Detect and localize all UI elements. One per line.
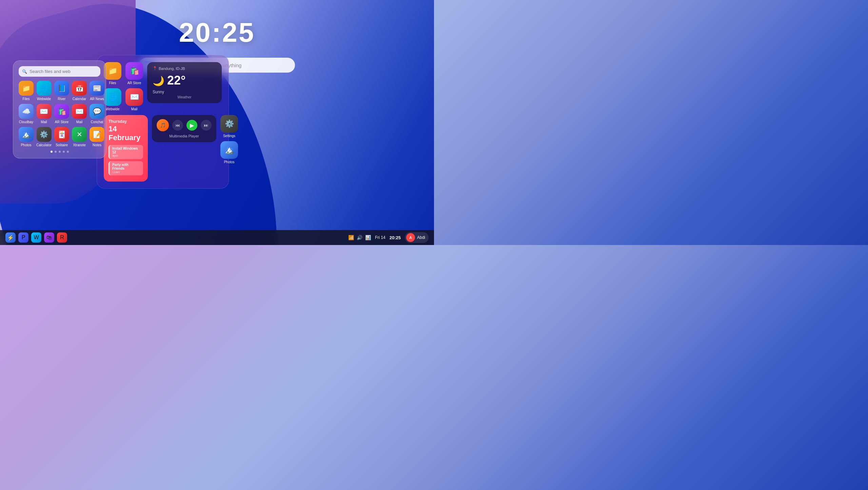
app-item-conchat[interactable]: 💬 Conchat [90,104,104,124]
widget-photos-icon[interactable]: 🏔️ Photos [220,141,238,164]
calendar-day-name: Thursday [108,119,143,124]
app-item-mail2[interactable]: ✉️ Mail [72,104,87,124]
page-dot-2[interactable] [59,151,61,153]
app-item-calendar[interactable]: 📅 Calendar [72,81,87,101]
app-grid: 📁 Files 🌐 Webwide 📘 River 📅 Calendar 📰 A… [19,81,100,147]
app-item-files[interactable]: 📁 Files [19,81,34,101]
widget-arstore-icon[interactable]: 🛍️ AR Store [125,62,143,85]
calculator-app-icon: ⚙️ [37,127,52,142]
weather-location: 📍 Bandung, ID-JB [153,66,216,71]
taskbar-icon-bolt[interactable]: ⚡ [5,232,16,243]
xtranote-app-label: Xtranote [73,143,86,147]
cloudbay-app-label: Cloudbay [19,120,33,124]
arstore-app-label: AR Store [55,120,69,124]
calendar-widget[interactable]: Thursday 14 February Install Windows 12 … [104,115,148,182]
app-item-solitaire[interactable]: 🃏 Solitaire [54,127,69,147]
widget-webwide-icon[interactable]: 🌐 Webwide [104,88,121,111]
app-item-notes[interactable]: 📝 Notes [90,127,104,147]
taskbar: ⚡PW🛍R 📶 🔊 📊 Fri 14 20:25 A Abdi [0,230,434,245]
weather-condition: Sunny [153,90,216,94]
location-pin-icon: 📍 [153,66,157,71]
user-name: Abdi [417,235,425,240]
music-label: Multimedia Player [169,134,199,138]
arstore-label: AR Store [127,81,141,85]
solitaire-app-icon: 🃏 [54,127,69,142]
wifi-icon: 📶 [348,235,354,240]
weather-temperature: 22° [167,73,185,88]
notes-app-label: Notes [93,143,101,147]
calendar-date: 14 February [108,125,143,142]
app-item-xtranote[interactable]: ✕ Xtranote [72,127,87,147]
calendar-app-label: Calendar [73,97,86,101]
app-item-river[interactable]: 📘 River [54,81,69,101]
app-item-photos[interactable]: 🏔️ Photos [19,127,34,147]
settings-icon: ⚙️ [220,115,238,133]
volume-icon: 🔊 [357,235,362,240]
music-widget: 🎵 ⏮ ▶ ⏭ Multimedia Player [152,115,216,142]
arnews-app-label: AR News [90,97,104,101]
river-app-icon: 📘 [54,81,69,96]
music-disc: 🎵 [157,119,169,131]
calendar-event-2: Party with Friends 11am [108,161,143,175]
page-dot-0[interactable] [51,151,53,153]
mail-label: Mail [131,107,137,111]
calculator-app-label: Calculator [36,143,52,147]
widget-top-left-icons: 📁 Files 🌐 Webwide [104,62,121,111]
page-dot-1[interactable] [55,151,57,153]
taskbar-icon-w[interactable]: W [31,232,41,243]
calendar-event-1-title: Install Windows 12 [112,147,140,154]
weather-icon: 🌙 [153,75,164,87]
app-item-arstore[interactable]: 🛍️ AR Store [54,104,69,124]
notes-app-icon: 📝 [90,127,104,142]
app-launcher: 🔍 📁 Files 🌐 Webwide 📘 River 📅 Calendar 📰… [13,60,106,158]
app-item-webwide[interactable]: 🌐 Webwide [36,81,52,101]
app-item-arnews[interactable]: 📰 AR News [90,81,104,101]
search-icon: 🔍 [22,69,27,74]
solitaire-app-label: Solitaire [56,143,68,147]
calendar-event-2-title: Party with Friends [112,163,140,170]
settings-label: Settings [223,134,235,138]
page-dot-3[interactable] [63,151,65,153]
app-item-cloudbay[interactable]: ☁️ Cloudbay [19,104,34,124]
mail-app-icon: ✉️ [37,104,52,119]
music-next-button[interactable]: ⏭ [201,120,212,131]
launcher-search-wrapper: 🔍 [19,66,100,77]
music-controls: 🎵 ⏮ ▶ ⏭ [157,119,212,131]
widget-panel: 📁 Files 🌐 Webwide 🛍️ AR Store ✉️ Mail 📍 … [97,55,229,189]
signal-icon: 📊 [365,235,371,240]
conchat-app-label: Conchat [91,120,103,124]
user-badge[interactable]: A Abdi [405,232,429,243]
clock-display: 20:25 [179,17,255,48]
xtranote-app-icon: ✕ [72,127,87,142]
calendar-event-1-time: 9pm [112,154,140,157]
widget-settings-icon[interactable]: ⚙️ Settings [220,115,238,138]
taskbar-icon-r[interactable]: R [57,232,67,243]
arstore-icon: 🛍️ [125,62,143,80]
user-avatar: A [406,233,415,242]
page-dot-4[interactable] [67,151,69,153]
widget-mail-icon[interactable]: ✉️ Mail [125,88,143,111]
files-app-icon: 📁 [19,81,34,96]
app-item-calculator[interactable]: ⚙️ Calculator [36,127,52,147]
weather-label: Weather [153,95,216,99]
taskbar-right: 📶 🔊 📊 Fri 14 20:25 A Abdi [348,232,429,243]
arnews-app-icon: 📰 [90,81,104,96]
taskbar-icon-p[interactable]: P [18,232,28,243]
taskbar-icon-store[interactable]: 🛍 [44,232,54,243]
widget-files-icon[interactable]: 📁 Files [104,62,121,85]
music-prev-button[interactable]: ⏮ [172,120,183,131]
app-item-mail[interactable]: ✉️ Mail [36,104,52,124]
mail-icon: ✉️ [125,88,143,106]
music-play-button[interactable]: ▶ [186,120,197,131]
files-icon: 📁 [104,62,121,80]
taskbar-sys-icons: 📶 🔊 📊 [348,235,371,240]
launcher-search-input[interactable] [19,66,100,77]
photos-app-icon: 🏔️ [19,127,34,142]
taskbar-date: Fri 14 [375,235,386,240]
calendar-event-1: Install Windows 12 9pm [108,145,143,159]
page-dots [19,151,100,153]
webwide-app-icon: 🌐 [37,81,52,96]
cloudbay-app-icon: ☁️ [19,104,34,119]
files-label: Files [109,81,116,85]
weather-widget[interactable]: 📍 Bandung, ID-JB 🌙 22° Sunny Weather [147,62,222,103]
